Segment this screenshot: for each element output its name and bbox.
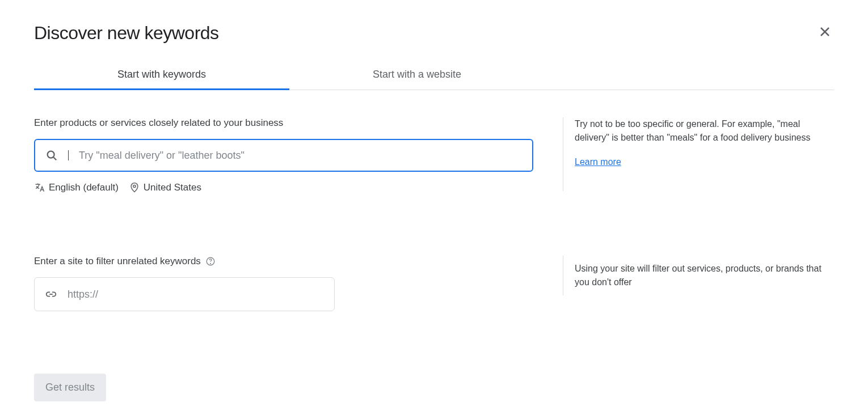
tabs: Start with keywords Start with a website <box>34 60 834 90</box>
svg-point-4 <box>133 185 136 187</box>
get-results-button[interactable]: Get results <box>34 374 106 401</box>
language-selector[interactable]: English (default) <box>34 182 119 193</box>
search-icon <box>45 149 58 162</box>
learn-more-link[interactable]: Learn more <box>575 157 621 167</box>
site-field-label-text: Enter a site to filter unrelated keyword… <box>34 256 201 267</box>
keyword-field-label: Enter products or services closely relat… <box>34 117 549 129</box>
site-hint-text: Using your site will filter out services… <box>575 262 834 289</box>
tab-start-with-keywords[interactable]: Start with keywords <box>34 60 289 90</box>
keyword-input-container[interactable] <box>34 139 533 172</box>
tab-start-with-website[interactable]: Start with a website <box>289 60 545 90</box>
svg-line-3 <box>53 157 56 160</box>
site-field-label: Enter a site to filter unrelated keyword… <box>34 256 549 267</box>
keyword-hint-text: Try not to be too specific or general. F… <box>575 117 834 145</box>
location-pin-icon <box>129 182 140 193</box>
site-input-container[interactable] <box>34 277 335 311</box>
location-label: United States <box>144 182 201 193</box>
close-button[interactable] <box>816 23 834 41</box>
site-input[interactable] <box>68 289 324 300</box>
close-icon <box>818 25 832 39</box>
language-label: English (default) <box>49 182 119 193</box>
keyword-input[interactable] <box>79 150 522 162</box>
svg-point-6 <box>210 263 210 264</box>
svg-point-2 <box>48 151 54 158</box>
page-title: Discover new keywords <box>34 23 219 44</box>
help-icon[interactable] <box>205 256 216 266</box>
link-icon <box>45 288 57 300</box>
location-selector[interactable]: United States <box>129 182 201 193</box>
translate-icon <box>34 182 45 193</box>
